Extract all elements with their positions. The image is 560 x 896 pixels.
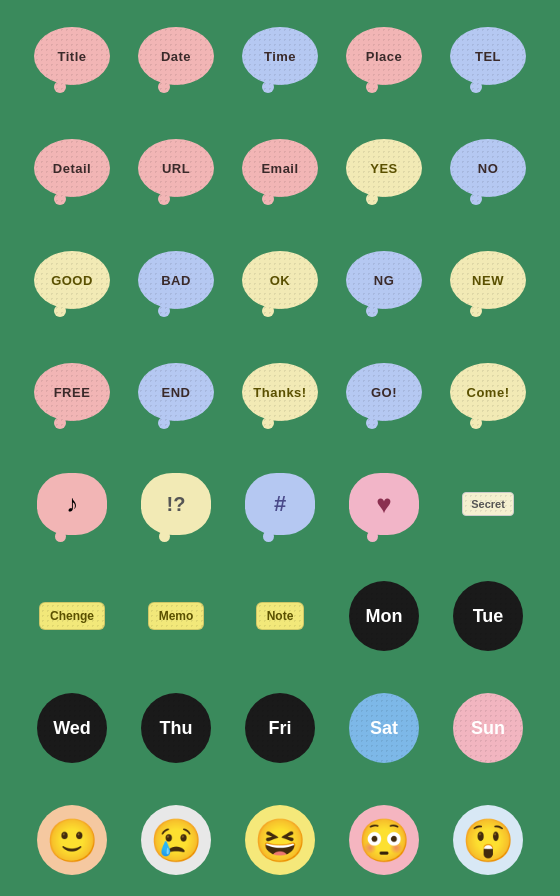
sticker-interrobang[interactable]: !? <box>141 473 211 535</box>
bubble-tel: TEL <box>450 27 526 85</box>
tag-secret: Secret <box>462 492 514 516</box>
sticker-bad[interactable]: BAD <box>138 251 214 309</box>
bubble-place: Place <box>346 27 422 85</box>
sticker-heart[interactable]: ♥ <box>349 473 419 535</box>
tag-memo: Memo <box>148 602 205 630</box>
sticker-note-sym[interactable]: ♪ <box>37 473 107 535</box>
sticker-ok[interactable]: OK <box>242 251 318 309</box>
sticker-new[interactable]: NEW <box>450 251 526 309</box>
bubble-url: URL <box>138 139 214 197</box>
sym-hash: # <box>245 473 315 535</box>
bubble-detail: Detail <box>34 139 110 197</box>
face-cry: 😢 <box>141 805 211 875</box>
bubble-good: GOOD <box>34 251 110 309</box>
bubble-free: FREE <box>34 363 110 421</box>
sticker-place[interactable]: Place <box>346 27 422 85</box>
sticker-face-laugh[interactable]: 😆 <box>245 805 315 875</box>
sticker-title[interactable]: Title <box>34 27 110 85</box>
sticker-sun[interactable]: Sun <box>453 693 523 763</box>
sym-heart: ♥ <box>349 473 419 535</box>
sticker-sat[interactable]: Sat <box>349 693 419 763</box>
bubble-new: NEW <box>450 251 526 309</box>
sticker-face-shock[interactable]: 😲 <box>453 805 523 875</box>
bubble-no: NO <box>450 139 526 197</box>
sticker-detail[interactable]: Detail <box>34 139 110 197</box>
bubble-title: Title <box>34 27 110 85</box>
sticker-date[interactable]: Date <box>138 27 214 85</box>
sticker-face-cry[interactable]: 😢 <box>141 805 211 875</box>
sticker-hash[interactable]: # <box>245 473 315 535</box>
sticker-grid: Title Date Time Place TEL Detail URL Ema… <box>12 0 548 896</box>
circle-mon: Mon <box>349 581 419 651</box>
sticker-secret[interactable]: Secret <box>462 492 514 516</box>
sticker-time[interactable]: Time <box>242 27 318 85</box>
sticker-memo[interactable]: Memo <box>148 602 205 630</box>
bubble-ok: OK <box>242 251 318 309</box>
face-blush: 😳 <box>349 805 419 875</box>
face-shock: 😲 <box>453 805 523 875</box>
circle-sun: Sun <box>453 693 523 763</box>
sticker-good[interactable]: GOOD <box>34 251 110 309</box>
sticker-face-blush[interactable]: 😳 <box>349 805 419 875</box>
sticker-email[interactable]: Email <box>242 139 318 197</box>
sym-interrobang: !? <box>141 473 211 535</box>
sticker-yes[interactable]: YES <box>346 139 422 197</box>
sticker-ng[interactable]: NG <box>346 251 422 309</box>
circle-wed: Wed <box>37 693 107 763</box>
bubble-thanks: Thanks! <box>242 363 318 421</box>
sticker-thu[interactable]: Thu <box>141 693 211 763</box>
sticker-tel[interactable]: TEL <box>450 27 526 85</box>
circle-fri: Fri <box>245 693 315 763</box>
bubble-date: Date <box>138 27 214 85</box>
face-laugh: 😆 <box>245 805 315 875</box>
sticker-fri[interactable]: Fri <box>245 693 315 763</box>
bubble-end: END <box>138 363 214 421</box>
sym-note: ♪ <box>37 473 107 535</box>
sticker-no[interactable]: NO <box>450 139 526 197</box>
sticker-thanks[interactable]: Thanks! <box>242 363 318 421</box>
sticker-end[interactable]: END <box>138 363 214 421</box>
circle-thu: Thu <box>141 693 211 763</box>
sticker-note[interactable]: Note <box>256 602 305 630</box>
face-smile: 🙂 <box>37 805 107 875</box>
tag-chenge: Chenge <box>39 602 105 630</box>
bubble-go: GO! <box>346 363 422 421</box>
sticker-url[interactable]: URL <box>138 139 214 197</box>
sticker-wed[interactable]: Wed <box>37 693 107 763</box>
sticker-mon[interactable]: Mon <box>349 581 419 651</box>
sticker-go[interactable]: GO! <box>346 363 422 421</box>
circle-sat: Sat <box>349 693 419 763</box>
bubble-yes: YES <box>346 139 422 197</box>
sticker-face-smile[interactable]: 🙂 <box>37 805 107 875</box>
sticker-tue[interactable]: Tue <box>453 581 523 651</box>
tag-note: Note <box>256 602 305 630</box>
bubble-bad: BAD <box>138 251 214 309</box>
circle-tue: Tue <box>453 581 523 651</box>
bubble-email: Email <box>242 139 318 197</box>
sticker-chenge[interactable]: Chenge <box>39 602 105 630</box>
sticker-free[interactable]: FREE <box>34 363 110 421</box>
sticker-come[interactable]: Come! <box>450 363 526 421</box>
bubble-ng: NG <box>346 251 422 309</box>
bubble-come: Come! <box>450 363 526 421</box>
bubble-time: Time <box>242 27 318 85</box>
